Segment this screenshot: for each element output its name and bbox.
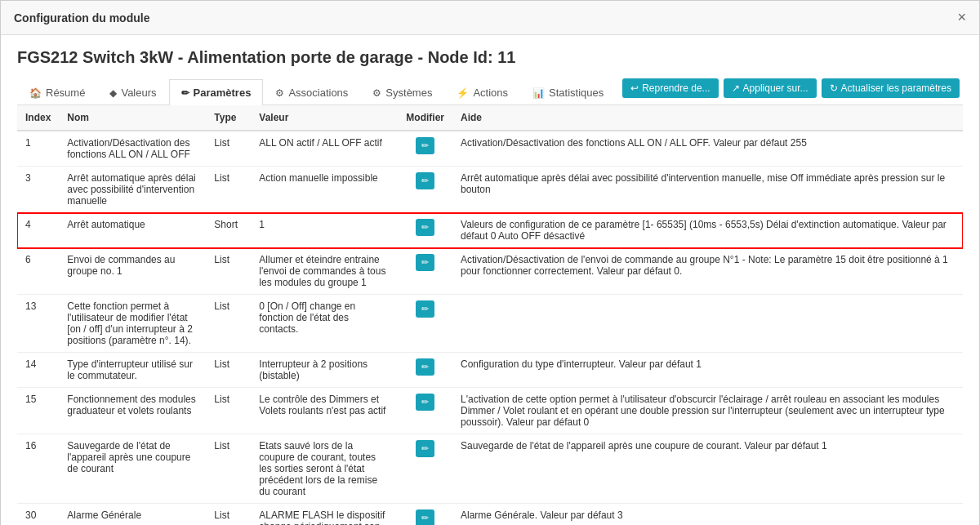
associations-icon: ⚙ [275,87,284,99]
cell-modifier: ✏ [398,434,452,504]
parameters-table-wrapper: Index Nom Type Valeur Modifier Aide 1Act… [17,105,963,525]
cell-modifier: ✏ [398,353,452,388]
col-header-valeur: Valeur [251,105,398,131]
cell-valeur: Allumer et éteindre entraine l'envoi de … [251,248,398,295]
cell-nom: Alarme Générale [59,504,206,526]
cell-nom: Fonctionnement des modules graduateur et… [59,388,206,434]
cell-valeur: Interrupteur à 2 positions (bistable) [251,353,398,388]
page-title: FGS212 Switch 3kW - Alimentation porte d… [17,48,963,67]
tab-associations[interactable]: ⚙ Associations [263,79,360,105]
tab-actions[interactable]: ⚡ Actions [444,79,520,105]
edit-button[interactable]: ✏ [416,254,434,271]
cell-valeur: Action manuelle impossible [251,167,398,213]
cell-nom: Cette fonction permet à l'utilisateur de… [59,295,206,353]
col-header-index: Index [17,105,59,131]
close-button[interactable]: × [957,9,966,26]
table-header-row: Index Nom Type Valeur Modifier Aide [17,105,963,131]
cell-nom: Arrêt automatique [59,213,206,248]
appliquer-label: Appliquer sur... [743,82,808,94]
edit-button[interactable]: ✏ [416,137,434,154]
reprendre-label: Reprendre de... [642,82,710,94]
cell-type: List [206,434,251,504]
reprendre-button[interactable]: ↩ Reprendre de... [622,78,718,98]
cell-modifier: ✏ [398,167,452,213]
actualiser-label: Actualiser les paramètres [841,82,951,94]
cell-index: 16 [17,434,59,504]
tab-actions-label: Actions [473,87,508,99]
statistiques-icon: 📊 [532,87,545,99]
cell-nom: Arrêt automatique après délai avec possi… [59,167,206,213]
toolbar: ↩ Reprendre de... ↗ Appliquer sur... ↻ A… [622,78,963,105]
cell-type: Short [206,213,251,248]
tab-systemes-label: Systèmes [385,87,432,99]
cell-index: 15 [17,388,59,434]
cell-aide: Activation/Désactivation de l'envoi de c… [452,248,963,295]
cell-aide [452,295,963,353]
tab-parametres[interactable]: ✏ Paramètres [169,79,264,105]
tabs: 🏠 Résumé ◆ Valeurs ✏ Paramètres ⚙ Associ… [17,79,616,105]
table-row: 16Sauvegarde de l'état de l'appareil apr… [17,434,963,504]
edit-button[interactable]: ✏ [416,394,434,411]
cell-nom: Sauvegarde de l'état de l'appareil après… [59,434,206,504]
cell-index: 14 [17,353,59,388]
edit-button[interactable]: ✏ [416,509,434,525]
actions-icon: ⚡ [457,87,469,99]
cell-aide: Activation/Désactivation des fonctions A… [452,131,963,167]
cell-modifier: ✏ [398,295,452,353]
cell-index: 3 [17,167,59,213]
edit-button[interactable]: ✏ [416,300,434,318]
resume-icon: 🏠 [29,87,42,99]
cell-index: 1 [17,131,59,167]
table-row: 14Type d'interrupteur utilisé sur le com… [17,353,963,388]
cell-index: 30 [17,504,59,526]
cell-valeur: ALL ON actif / ALL OFF actif [251,131,398,167]
cell-type: List [206,504,251,526]
table-row: 6Envoi de commandes au groupe no. 1ListA… [17,248,963,295]
col-header-aide: Aide [452,105,963,131]
tab-parametres-label: Paramètres [194,87,252,99]
table-row: 1Activation/Désactivation des fonctions … [17,131,963,167]
appliquer-icon: ↗ [732,82,740,94]
table-row: 15Fonctionnement des modules graduateur … [17,388,963,434]
col-header-type: Type [206,105,251,131]
cell-nom: Type d'interrupteur utilisé sur le commu… [59,353,206,388]
tab-resume[interactable]: 🏠 Résumé [17,79,97,105]
cell-valeur: 1 [251,213,398,248]
cell-valeur: Etats sauvé lors de la coupure de couran… [251,434,398,504]
cell-modifier: ✏ [398,388,452,434]
tab-associations-label: Associations [288,87,348,99]
cell-type: List [206,388,251,434]
table-row: 4Arrêt automatiqueShort1✏Valeurs de conf… [17,213,963,248]
edit-button[interactable]: ✏ [416,358,434,376]
systemes-icon: ⚙ [372,87,381,99]
parametres-icon: ✏ [181,87,189,99]
cell-aide: L'activation de cette option permet à l'… [452,388,963,434]
appliquer-button[interactable]: ↗ Appliquer sur... [724,78,817,98]
cell-aide: Configuration du type d'interrupteur. Va… [452,353,963,388]
modal-body: FGS212 Switch 3kW - Alimentation porte d… [1,35,979,525]
actualiser-icon: ↻ [830,82,838,94]
tab-statistiques[interactable]: 📊 Statistiques [520,79,616,105]
valeurs-icon: ◆ [109,87,117,99]
edit-button[interactable]: ✏ [416,219,434,236]
cell-modifier: ✏ [398,504,452,526]
parameters-table: Index Nom Type Valeur Modifier Aide 1Act… [17,105,963,525]
cell-aide: Valeurs de configuration de ce paramètre… [452,213,963,248]
table-row: 30Alarme GénéraleListALARME FLASH le dis… [17,504,963,526]
tab-resume-label: Résumé [46,87,85,99]
tab-statistiques-label: Statistiques [549,87,604,99]
tab-valeurs[interactable]: ◆ Valeurs [97,79,168,105]
modal-title: Configuration du module [14,11,149,24]
col-header-nom: Nom [59,105,206,131]
edit-button[interactable]: ✏ [416,172,434,189]
tab-systemes[interactable]: ⚙ Systèmes [360,79,444,105]
cell-type: List [206,248,251,295]
cell-type: List [206,353,251,388]
tab-valeurs-label: Valeurs [121,87,156,99]
edit-button[interactable]: ✏ [416,440,434,457]
cell-index: 13 [17,295,59,353]
cell-type: List [206,295,251,353]
actualiser-button[interactable]: ↻ Actualiser les paramètres [822,78,960,98]
cell-modifier: ✏ [398,248,452,295]
cell-valeur: 0 [On / Off] change en fonction de l'éta… [251,295,398,353]
